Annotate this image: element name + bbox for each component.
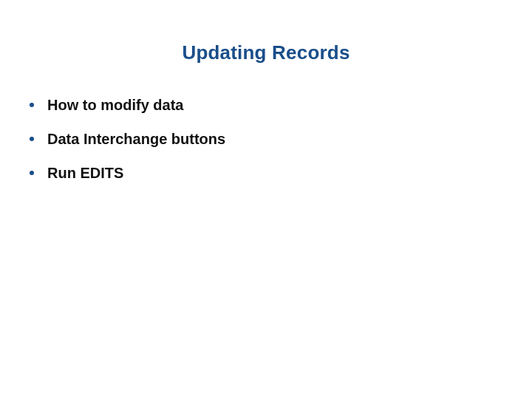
bullet-text: Run EDITS (47, 164, 123, 182)
bullet-text: Data Interchange buttons (47, 130, 225, 148)
list-item: How to modify data (30, 96, 502, 114)
slide-title: Updating Records (0, 41, 532, 64)
bullet-icon (30, 103, 34, 107)
list-item: Data Interchange buttons (30, 130, 502, 148)
bullet-text: How to modify data (47, 96, 183, 114)
bullet-icon (30, 137, 34, 141)
list-item: Run EDITS (30, 164, 502, 182)
slide: Updating Records How to modify data Data… (0, 0, 532, 399)
bullet-icon (30, 171, 34, 175)
bullet-list: How to modify data Data Interchange butt… (30, 96, 502, 198)
